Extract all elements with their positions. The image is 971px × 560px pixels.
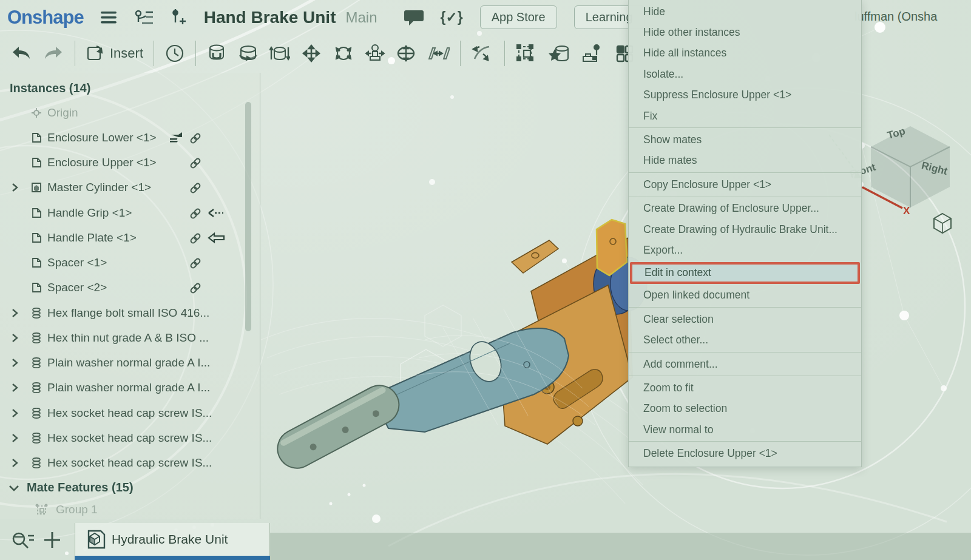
instance-row[interactable]: Origin xyxy=(0,101,260,126)
select-box-icon[interactable] xyxy=(515,43,537,64)
instance-row[interactable]: Enclosure Lower <1> xyxy=(0,126,260,150)
mate-features-header[interactable]: Mate Features (15) xyxy=(27,481,134,494)
instance-row[interactable]: Hex socket head cap screw IS... xyxy=(0,401,260,426)
exploded-view-icon[interactable] xyxy=(581,43,604,64)
expand-chevron-icon[interactable] xyxy=(10,458,19,468)
expand-chevron-icon[interactable] xyxy=(10,383,19,393)
planar-mate-icon[interactable] xyxy=(300,43,322,64)
menu-item-hide-other-instances[interactable]: Hide other instances xyxy=(629,22,861,42)
part-icon xyxy=(30,282,42,294)
instances-header[interactable]: Instances (14) xyxy=(10,81,90,95)
menu-item-clear-selection[interactable]: Clear selection xyxy=(629,309,861,329)
instance-row[interactable]: Plain washer normal grade A I... xyxy=(0,351,260,376)
insert-icon[interactable] xyxy=(86,44,105,63)
expand-chevron-icon[interactable] xyxy=(10,183,19,192)
menu-item-edit-in-context[interactable]: Edit in context xyxy=(630,262,860,284)
feature-script-icon[interactable]: {✓} xyxy=(441,9,463,25)
toolbar-divider xyxy=(504,41,505,66)
comments-icon[interactable] xyxy=(404,8,425,27)
toolbar-divider xyxy=(195,41,196,66)
instance-row[interactable]: Hex socket head cap screw IS... xyxy=(0,451,260,476)
expand-chevron-icon[interactable] xyxy=(10,433,19,443)
menu-item-create-drawing-hydraulic[interactable]: Create Drawing of Hydraulic Brake Unit..… xyxy=(629,219,861,240)
link-icon xyxy=(189,257,201,269)
instance-label: Master Cylinder <1> xyxy=(47,181,151,194)
menu-item-suppress[interactable]: Suppress Enclosure Upper <1> xyxy=(629,85,861,106)
part-icon xyxy=(30,207,42,219)
link-icon xyxy=(189,132,201,144)
toolbar-divider xyxy=(154,41,154,66)
expand-chevron-icon[interactable] xyxy=(10,308,19,318)
menu-item-open-linked-document[interactable]: Open linked document xyxy=(629,285,861,306)
menu-item-delete[interactable]: Delete Enclosure Upper <1> xyxy=(629,443,861,464)
main-menu-icon[interactable] xyxy=(100,10,118,25)
drag-rotate-icon[interactable] xyxy=(471,43,494,64)
menu-item-view-normal-to[interactable]: View normal to xyxy=(629,419,861,440)
group-icon xyxy=(35,504,49,516)
collapse-chevron-icon[interactable] xyxy=(8,484,19,493)
app-store-button[interactable]: App Store xyxy=(480,5,557,29)
custom-feature-icon[interactable] xyxy=(547,43,570,64)
origin-icon xyxy=(30,107,42,119)
redo-icon[interactable] xyxy=(42,44,64,62)
menu-separator xyxy=(629,307,861,308)
expand-chevron-icon[interactable] xyxy=(10,408,19,418)
instance-row[interactable]: Hex socket head cap screw IS... xyxy=(0,426,260,451)
tab-hydraulic-brake-unit[interactable]: Hydraulic Brake Unit xyxy=(75,523,270,556)
instance-row[interactable]: Handle Plate <1> xyxy=(0,226,260,251)
menu-item-show-mates[interactable]: Show mates xyxy=(629,129,861,150)
ball-mate-icon[interactable] xyxy=(333,43,354,64)
menu-item-add-comment[interactable]: Add comment... xyxy=(629,354,861,374)
instance-row[interactable]: Spacer <1> xyxy=(0,251,260,275)
in-context-edit-arrow-icon xyxy=(208,232,226,243)
add-tab-icon[interactable] xyxy=(42,530,62,550)
menu-item-select-other[interactable]: Select other... xyxy=(629,329,861,350)
instance-row[interactable]: Hex flange bolt small ISO 416... xyxy=(0,301,260,326)
menu-item-create-drawing-enclosure[interactable]: Create Drawing of Enclosure Upper... xyxy=(629,198,861,219)
insert-label[interactable]: Insert xyxy=(110,46,143,61)
menu-item-export[interactable]: Export... xyxy=(629,240,861,260)
slider-mate-icon[interactable] xyxy=(269,43,290,64)
instance-label: Handle Grip <1> xyxy=(47,206,132,220)
menu-item-hide-mates[interactable]: Hide mates xyxy=(629,150,861,171)
menu-separator xyxy=(629,172,861,173)
pin-slot-mate-icon[interactable] xyxy=(365,43,385,64)
expand-chevron-icon[interactable] xyxy=(10,358,19,368)
branch-icon[interactable] xyxy=(170,8,186,27)
search-tabs-icon[interactable] xyxy=(10,530,36,550)
instance-row[interactable]: Spacer <2> xyxy=(0,275,260,300)
menu-item-hide-all-instances[interactable]: Hide all instances xyxy=(629,43,861,64)
menu-item-isolate[interactable]: Isolate... xyxy=(629,64,861,84)
instance-row[interactable]: Hex thin nut grade A & B ISO ... xyxy=(0,326,260,351)
instance-label: Hex socket head cap screw IS... xyxy=(47,407,212,420)
part-icon xyxy=(30,232,42,244)
assembly-tab-icon xyxy=(84,528,106,550)
menu-separator xyxy=(629,376,861,376)
menu-item-hide[interactable]: Hide xyxy=(629,1,861,22)
menu-item-zoom-to-selection[interactable]: Zoom to selection xyxy=(629,399,861,419)
workspace-name[interactable]: Main xyxy=(345,9,377,26)
instance-row[interactable]: Enclosure Upper <1> xyxy=(0,150,260,175)
expand-chevron-icon[interactable] xyxy=(10,333,19,343)
onshape-logo[interactable]: Onshape xyxy=(7,7,84,29)
standard-content-icon xyxy=(30,457,42,469)
fastened-mate-icon[interactable] xyxy=(206,43,227,64)
sidebar-scrollbar[interactable] xyxy=(245,102,251,331)
menu-item-copy[interactable]: Copy Enclosure Upper <1> xyxy=(629,174,861,195)
part-icon xyxy=(30,132,42,144)
standard-content-icon xyxy=(30,307,42,319)
revolute-mate-icon[interactable] xyxy=(237,43,259,64)
parallel-mate-icon[interactable] xyxy=(427,43,450,64)
instance-row[interactable]: Plain washer normal grade A I... xyxy=(0,376,260,400)
cylindrical-mate-icon[interactable] xyxy=(396,43,416,64)
menu-item-fix[interactable]: Fix xyxy=(629,106,861,126)
instance-row[interactable]: Master Cylinder <1> xyxy=(0,175,260,200)
versions-icon[interactable] xyxy=(134,8,154,27)
menu-item-zoom-to-fit[interactable]: Zoom to fit xyxy=(629,377,861,398)
instance-row[interactable]: Handle Grip <1> xyxy=(0,201,260,226)
undo-icon[interactable] xyxy=(10,44,32,62)
instances-panel: Instances (14) Origin Enclosure Lower <1… xyxy=(0,73,260,519)
standard-content-icon xyxy=(30,432,42,444)
mate-connector-icon[interactable] xyxy=(164,43,185,64)
menu-separator xyxy=(629,352,861,353)
